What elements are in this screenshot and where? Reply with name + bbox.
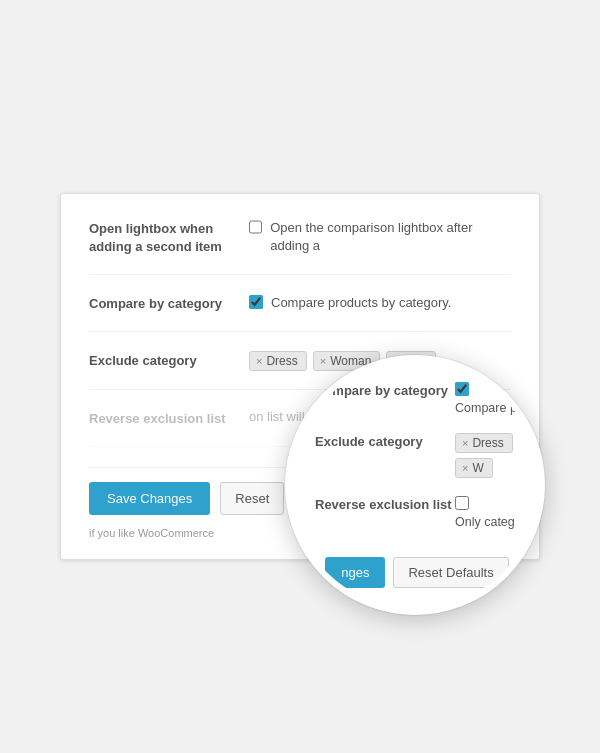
mag-compare-checkbox[interactable] <box>455 382 469 396</box>
compare-category-content: Compare products by category. <box>249 293 511 312</box>
mag-exclude-tags: × Dress × W <box>455 433 519 478</box>
mag-reverse-label: Reverse exclusion list <box>315 496 455 514</box>
mag-compare-label: Compare by category <box>315 382 455 400</box>
mag-tag-w-x[interactable]: × <box>462 462 468 474</box>
reset-button[interactable]: Reset <box>220 482 284 515</box>
magnifier-inner: Compare by category Compare p Exclude ca… <box>291 361 539 609</box>
open-lightbox-label: Open lightbox when adding a second item <box>89 218 249 256</box>
compare-category-checkbox-wrap: Compare products by category. <box>249 294 451 312</box>
mag-reverse-text: Only categ <box>455 515 515 529</box>
compare-category-row: Compare by category Compare products by … <box>89 293 511 332</box>
open-lightbox-checkbox-label: Open the comparison lightbox after addin… <box>270 219 511 255</box>
mag-tag-dress-label: Dress <box>472 436 503 450</box>
mag-tag-w-label: W <box>472 461 483 475</box>
mag-exclude-row: Exclude category × Dress × W <box>315 433 519 478</box>
mag-reset-button[interactable]: Reset Defaults <box>393 557 508 588</box>
mag-save-button[interactable]: nges <box>325 557 385 588</box>
mag-compare-text: Compare p <box>455 401 517 415</box>
open-lightbox-checkbox[interactable] <box>249 220 262 234</box>
save-button[interactable]: Save Changes <box>89 482 210 515</box>
mag-tag-dress-x[interactable]: × <box>462 437 468 449</box>
open-lightbox-content: Open the comparison lightbox after addin… <box>249 218 511 255</box>
mag-exclude-label: Exclude category <box>315 433 455 451</box>
open-lightbox-row: Open lightbox when adding a second item … <box>89 218 511 275</box>
magnifier-overlay: Compare by category Compare p Exclude ca… <box>285 355 545 615</box>
compare-category-checkbox[interactable] <box>249 295 263 309</box>
mag-compare-row: Compare by category Compare p <box>315 382 519 415</box>
open-lightbox-checkbox-wrap: Open the comparison lightbox after addin… <box>249 219 511 255</box>
exclude-category-label: Exclude category <box>89 350 249 370</box>
mag-reverse-checkbox[interactable] <box>455 496 469 510</box>
mag-tag-dress: × Dress <box>455 433 513 453</box>
reverse-exclusion-label: Reverse exclusion list <box>89 408 249 428</box>
mag-reverse-content: Only categ <box>455 496 519 529</box>
mag-reverse-row: Reverse exclusion list Only categ <box>315 496 519 529</box>
tag-dress-remove[interactable]: × <box>256 355 262 367</box>
mag-compare-content: Compare p <box>455 382 519 415</box>
compare-category-checkbox-label: Compare products by category. <box>271 294 451 312</box>
mag-tag-w: × W <box>455 458 493 478</box>
compare-category-label: Compare by category <box>89 293 249 313</box>
mag-buttons-row: nges Reset Defaults <box>315 557 519 588</box>
